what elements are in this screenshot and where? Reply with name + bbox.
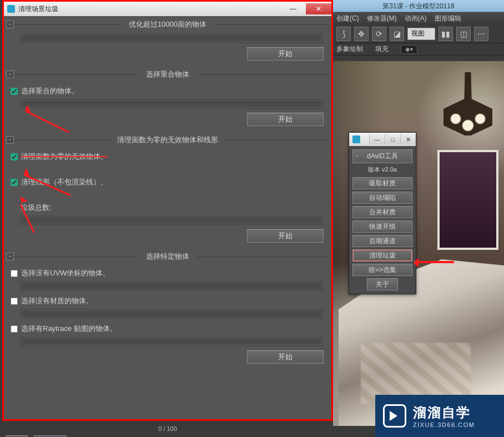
palette-maximize-button[interactable]: □ [385, 134, 400, 144]
view-dropdown[interactable]: 视图 [407, 28, 435, 40]
collapse-toggle[interactable]: - [6, 71, 14, 78]
btn-get-material[interactable]: 吸取材质 [352, 177, 412, 189]
start-button[interactable]: 开始 [247, 350, 324, 364]
cleanup-dialog: 清理场景垃圾 — ✕ - 优化超过10000面的物体 开始 - 选择重合物体 [2, 0, 333, 421]
checkbox[interactable] [11, 88, 18, 95]
group-title-overlap: 选择重合物体 [138, 69, 197, 79]
subitem-draw[interactable]: 多象绘制 [336, 44, 363, 54]
menu-create[interactable]: 创建(C) [336, 14, 359, 23]
close-button[interactable]: ✕ [306, 3, 331, 14]
progress-field [21, 99, 322, 108]
subitem-fill[interactable]: 填充 [375, 44, 389, 54]
checkbox-label: 选择重合的物体。 [21, 86, 79, 96]
progress-field [21, 216, 322, 225]
menu-graph[interactable]: 图形编辑 [435, 14, 461, 23]
dialog-body: - 优化超过10000面的物体 开始 - 选择重合物体 选择重合的物体。 开始 [4, 16, 331, 419]
collapse-toggle[interactable]: - [6, 253, 14, 260]
palette-version: 版本 v2.0a [352, 165, 412, 174]
bottom-counter: 0 / 100 [2, 422, 333, 435]
checkbox-label: 清理线形（不包渲染线）。 [21, 177, 108, 187]
group-title-optimize: 优化超过10000面的物体 [121, 19, 214, 29]
check-no-uvw[interactable]: 选择没有UVW坐标的物体。 [6, 266, 329, 280]
document-tab[interactable]: 第31课 - 作业模型20118 [333, 0, 504, 12]
check-raytrace[interactable]: 选择有Raytrace 贴图的物体。 [6, 322, 329, 336]
app-icon [7, 5, 15, 13]
more-icon[interactable]: ⋯ [474, 27, 488, 41]
app-icon [352, 135, 360, 143]
group-specific: - 选择特定物体 选择没有UVW坐标的物体。 选择没有材质的物体。 选择有Ray… [5, 249, 330, 368]
checkbox-label: 清理面数为零的无效物体。 [21, 152, 108, 162]
progress-field [21, 34, 322, 43]
checkbox[interactable] [11, 179, 18, 186]
scale-icon[interactable]: ◪ [390, 27, 404, 41]
bookmark-icon[interactable]: ▮▮ [439, 27, 453, 41]
check-no-material[interactable]: 选择没有材质的物体。 [6, 294, 329, 308]
progress-field [21, 282, 322, 290]
btn-merge-material[interactable]: 合并材质 [352, 206, 412, 218]
watermark-url: ZIXUE.3D66.COM [413, 421, 475, 428]
rotate-icon[interactable]: ⟳ [372, 27, 386, 41]
palette-header[interactable]: - dAviD工具 [352, 149, 412, 163]
visibility-toggle-icon[interactable]: ◉▾ [401, 45, 417, 54]
start-button[interactable]: 开始 [247, 47, 324, 61]
palette-title: dAviD工具 [367, 152, 398, 160]
checkbox-label: 选择有Raytrace 贴图的物体。 [21, 324, 117, 334]
play-icon [383, 404, 406, 428]
mirror-icon[interactable]: ◫ [456, 27, 471, 41]
check-clean-lines[interactable]: 清理线形（不包渲染线）。 [6, 175, 329, 189]
group-title-zeroface: 清理面数为零的无效物体和线形 [109, 135, 226, 145]
app-topbar: 第31课 - 作业模型20118 创建(C) 修改器(M) 动画(A) 图形编辑… [333, 0, 504, 61]
checkbox[interactable] [11, 298, 18, 305]
scene-wall-panel [437, 150, 498, 250]
minimize-button[interactable]: — [280, 3, 306, 14]
move-icon[interactable]: ✥ [354, 27, 369, 41]
david-tool-palette: — □ ✕ - dAviD工具 版本 v2.0a 吸取材质 自动塌陷 合并材质 … [349, 132, 416, 294]
sub-toolbar: 多象绘制 填充 ◉▾ [333, 43, 504, 56]
btn-about[interactable]: 关于 [367, 278, 398, 290]
check-select-overlap[interactable]: 选择重合的物体。 [6, 84, 329, 98]
btn-group-to-set[interactable]: 组=>选集 [352, 264, 412, 276]
dialog-title: 清理场景垃圾 [18, 4, 58, 14]
group-overlap: - 选择重合物体 选择重合的物体。 开始 [5, 67, 330, 130]
btn-quick-group[interactable]: 快速开组 [352, 220, 412, 233]
start-button[interactable]: 开始 [247, 229, 324, 243]
checkbox[interactable] [11, 270, 18, 277]
watermark-brand: 溜溜自学 [413, 404, 475, 421]
group-zeroface: - 清理面数为零的无效物体和线形 清理面数为零的无效物体。 清理线形（不包渲染线… [5, 133, 330, 247]
menu-modifiers[interactable]: 修改器(M) [367, 14, 397, 23]
total-trash-label: 垃圾总数: [6, 200, 329, 215]
watermark: 溜溜自学 ZIXUE.3D66.COM [375, 395, 504, 437]
check-zero-face[interactable]: 清理面数为零的无效物体。 [6, 149, 329, 164]
btn-auto-collapse[interactable]: 自动塌陷 [352, 192, 412, 204]
btn-post-channel[interactable]: 后期通道 [352, 235, 412, 247]
toolbar: ⟆ ✥ ⟳ ◪ 视图 ▮▮ ◫ ⋯ [333, 24, 504, 43]
progress-field [21, 309, 322, 318]
checkbox[interactable] [11, 153, 18, 160]
checkbox-label: 选择没有材质的物体。 [21, 296, 93, 306]
checkbox-label: 选择没有UVW坐标的物体。 [21, 268, 110, 278]
btn-clean-trash[interactable]: 清理垃圾 [352, 249, 412, 262]
collapse-icon[interactable]: - [356, 152, 358, 159]
palette-titlebar[interactable]: — □ ✕ [349, 133, 416, 146]
menu-animation[interactable]: 动画(A) [405, 14, 427, 23]
main-menu: 创建(C) 修改器(M) 动画(A) 图形编辑 [333, 12, 504, 24]
group-title-specific: 选择特定物体 [138, 252, 197, 262]
collapse-toggle[interactable]: - [6, 136, 14, 144]
group-optimize: - 优化超过10000面的物体 开始 [5, 17, 330, 65]
link-icon[interactable]: ⟆ [336, 27, 351, 41]
palette-minimize-button[interactable]: — [369, 134, 385, 144]
checkbox[interactable] [11, 325, 18, 333]
start-button[interactable]: 开始 [247, 113, 324, 126]
progress-field [21, 337, 322, 346]
dialog-titlebar[interactable]: 清理场景垃圾 — ✕ [4, 2, 331, 16]
palette-close-button[interactable]: ✕ [400, 134, 416, 144]
collapse-toggle[interactable]: - [6, 21, 14, 28]
